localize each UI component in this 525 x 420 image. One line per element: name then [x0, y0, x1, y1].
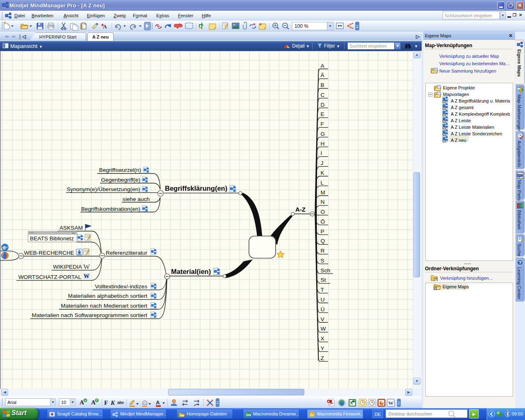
svg-text:Q: Q	[321, 238, 325, 244]
svg-text:St: St	[321, 277, 326, 283]
svg-text:A: A	[156, 399, 160, 406]
svg-text:Referenzliteratur: Referenzliteratur	[106, 250, 148, 256]
svg-text:M: M	[321, 189, 325, 196]
svg-text:T: T	[321, 287, 324, 293]
svg-text:Ä: Ä	[321, 72, 325, 78]
svg-text:BEATS Biblionetz: BEATS Biblionetz	[30, 235, 74, 242]
svg-text:Z: Z	[321, 355, 324, 361]
svg-text:WIKIPEDIA: WIKIPEDIA	[53, 264, 82, 270]
svg-text:E: E	[321, 111, 324, 117]
svg-text:H: H	[321, 141, 325, 147]
svg-text:Sch: Sch	[321, 267, 331, 274]
svg-text:siehe auch: siehe auch	[123, 196, 150, 202]
svg-text:Y: Y	[321, 345, 324, 352]
svg-text:U: U	[321, 297, 325, 303]
svg-text:Materialien alphabetisch sorti: Materialien alphabetisch sortiert	[68, 293, 147, 299]
svg-text:Materialien nach Softwareprogr: Materialien nach Softwareprogrammen sort…	[32, 312, 148, 318]
svg-text:W: W	[84, 273, 89, 279]
svg-text:W: W	[388, 400, 394, 406]
svg-text:B: B	[321, 82, 324, 88]
svg-text:V: V	[321, 316, 325, 322]
svg-text:W: W	[83, 263, 90, 271]
svg-text:N: N	[321, 199, 325, 205]
svg-text:G: G	[321, 131, 325, 137]
svg-text:Materialien nach Medienart sor: Materialien nach Medienart sortiert	[61, 303, 147, 309]
svg-text:Material(ien): Material(ien)	[171, 268, 211, 275]
svg-text:W: W	[321, 326, 326, 332]
svg-text:A: A	[103, 23, 107, 30]
svg-text:Ö: Ö	[321, 219, 325, 225]
svg-text:O: O	[321, 209, 325, 215]
svg-text:A: A	[321, 63, 325, 69]
svg-text:F: F	[321, 121, 324, 127]
svg-text:?: ?	[519, 260, 522, 266]
svg-text:Volltextindex/-indizes: Volltextindex/-indizes	[95, 283, 147, 290]
svg-text:C: C	[321, 92, 325, 98]
svg-text:K: K	[110, 399, 115, 406]
svg-text:WEB-RECHERCHE: WEB-RECHERCHE	[24, 250, 74, 256]
svg-text:Begriffswurzel(n): Begriffswurzel(n)	[99, 167, 141, 173]
svg-text:L: L	[321, 180, 324, 186]
svg-text:abc: abc	[117, 400, 124, 405]
svg-text:A: A	[91, 399, 96, 406]
svg-text:Begriffskombination(en): Begriffskombination(en)	[81, 206, 140, 212]
svg-text:ASKSAM: ASKSAM	[59, 225, 83, 231]
svg-text:A-Z: A-Z	[295, 206, 306, 213]
svg-text:Dw: Dw	[246, 413, 251, 417]
svg-text:S: S	[321, 258, 324, 264]
svg-text:A: A	[80, 399, 84, 406]
svg-text:Ü: Ü	[321, 306, 325, 313]
svg-text:X: X	[321, 336, 324, 342]
svg-text:fw: fw	[310, 413, 314, 417]
svg-text:Begriffsklärung(en): Begriffsklärung(en)	[165, 185, 227, 192]
svg-text:Synonym(e)/Übersetzung(en): Synonym(e)/Übersetzung(en)	[66, 186, 140, 192]
svg-text:D: D	[321, 102, 325, 108]
svg-text:R: R	[321, 248, 325, 254]
svg-text:Gegenbegriff(e): Gegenbegriff(e)	[101, 177, 140, 183]
svg-text:P: P	[321, 228, 324, 235]
svg-text:I: I	[321, 150, 322, 156]
svg-text:F: F	[104, 399, 108, 406]
svg-text:J: J	[321, 160, 324, 166]
svg-text:100 %: 100 %	[294, 23, 308, 29]
svg-text:K: K	[321, 170, 324, 176]
svg-text:WORTSCHATZ-PORTAL: WORTSCHATZ-PORTAL	[18, 274, 82, 280]
svg-text:e: e	[3, 244, 6, 251]
